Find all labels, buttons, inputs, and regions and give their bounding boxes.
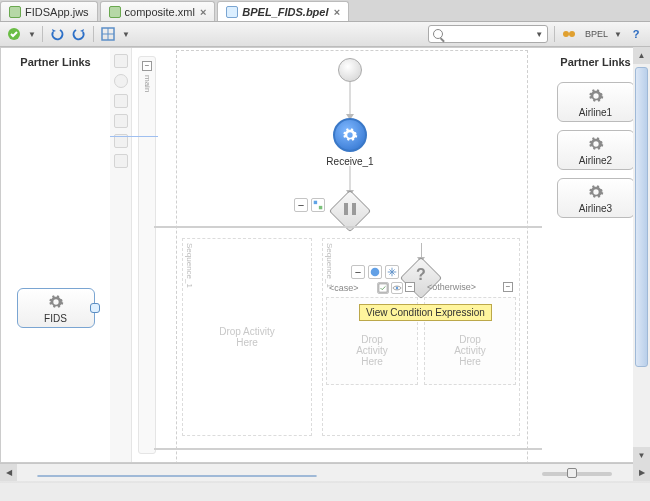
switch-add-case-icon[interactable]	[368, 265, 382, 279]
validate-button[interactable]	[6, 26, 22, 42]
file-icon	[9, 6, 21, 18]
tab-bar: FIDSApp.jws composite.xml × BPEL_FIDS.bp…	[0, 0, 650, 22]
edit-expression-icon[interactable]	[377, 282, 389, 294]
switch-branches: <case> − Dro	[323, 297, 519, 385]
dropdown-arrow-icon[interactable]: ▼	[28, 30, 36, 39]
tab-label: FIDSApp.jws	[25, 6, 89, 18]
partner-airline3[interactable]: Airline3	[557, 178, 635, 218]
partner-label: FIDS	[44, 313, 67, 324]
svg-point-4	[563, 31, 569, 37]
redo-button[interactable]	[71, 26, 87, 42]
search-input[interactable]: ▼	[428, 25, 548, 43]
drop-hint: Drop Activity Here	[215, 326, 279, 348]
palette-assign-icon[interactable]	[114, 54, 128, 68]
scroll-up-button[interactable]: ▲	[633, 47, 650, 64]
flow-line	[350, 82, 351, 118]
svg-rect-6	[314, 201, 317, 204]
svg-rect-11	[379, 284, 387, 292]
start-node[interactable]	[338, 58, 362, 82]
svg-point-5	[569, 31, 575, 37]
bpel-canvas[interactable]: − main Receive_1 −	[110, 47, 542, 463]
tab-bpel-fids[interactable]: BPEL_FIDS.bpel ×	[217, 1, 349, 21]
partner-airline2[interactable]: Airline2	[557, 130, 635, 170]
drop-hint: Drop Activity Here	[448, 333, 493, 366]
dropdown-arrow-icon[interactable]: ▼	[122, 30, 130, 39]
panel-title: Partner Links	[20, 56, 90, 68]
toolbar: ▼ ▼ ▼ BPEL ▼ ?	[0, 22, 650, 47]
scroll-down-button[interactable]: ▼	[633, 447, 650, 464]
close-icon[interactable]: ×	[334, 6, 340, 18]
main-area: Partner Links FIDS − main	[0, 47, 650, 463]
sequence-box[interactable]: Sequence_1 Drop Activity Here	[182, 238, 312, 436]
scope-rail-label: main	[143, 75, 152, 92]
sequence-box[interactable]: Sequence_1 − ?	[322, 238, 520, 436]
layout-button[interactable]	[100, 26, 116, 42]
dropdown-arrow-icon[interactable]: ▼	[535, 30, 543, 39]
tab-label: BPEL_FIDS.bpel	[242, 6, 328, 18]
zoom-slider[interactable]	[542, 472, 612, 476]
partner-airline1[interactable]: Airline1	[557, 82, 635, 122]
collapse-toggle[interactable]: −	[503, 282, 513, 292]
case-label: <case>	[329, 283, 359, 293]
collapse-toggle[interactable]: −	[142, 61, 152, 71]
file-icon	[109, 6, 121, 18]
partner-label: Airline2	[579, 155, 612, 166]
gear-icon	[587, 135, 605, 153]
partner-label: Airline1	[579, 107, 612, 118]
collapse-toggle[interactable]: −	[405, 282, 415, 292]
panel-title: Partner Links	[560, 56, 630, 68]
partner-links-left-panel: Partner Links FIDS	[0, 47, 110, 463]
close-icon[interactable]: ×	[200, 6, 206, 18]
partner-fids[interactable]: FIDS	[17, 288, 95, 328]
gear-icon	[587, 183, 605, 201]
collapse-toggle[interactable]: −	[294, 198, 308, 212]
svg-rect-7	[319, 206, 322, 209]
diagram-surface[interactable]: Receive_1 − Sequence_1 Drop Activity Her…	[158, 48, 542, 462]
flow-add-branch-icon[interactable]	[311, 198, 325, 212]
collapse-toggle[interactable]: −	[351, 265, 365, 279]
otherwise-label: <otherwise>	[427, 282, 476, 292]
partner-port[interactable]	[90, 303, 100, 313]
partner-label: Airline3	[579, 203, 612, 214]
scroll-right-button[interactable]: ▶	[633, 464, 650, 481]
palette-scope-icon[interactable]	[114, 94, 128, 108]
svg-rect-9	[352, 203, 356, 215]
dropdown-arrow-icon[interactable]: ▼	[614, 30, 622, 39]
flow-split-line	[154, 226, 542, 228]
bpel-view-icon[interactable]	[561, 26, 577, 42]
view-expression-icon[interactable]	[391, 282, 403, 294]
search-icon	[433, 29, 443, 39]
drop-hint: Drop Activity Here	[350, 333, 395, 366]
receive-node[interactable]	[333, 118, 367, 152]
question-icon: ?	[416, 266, 426, 284]
scrollbar-thumb[interactable]	[37, 475, 317, 477]
scroll-left-button[interactable]: ◀	[0, 464, 17, 481]
zoom-slider-knob[interactable]	[567, 468, 577, 478]
parallel-icon	[341, 200, 359, 218]
sequence-label: Sequence_1	[185, 243, 194, 288]
help-button[interactable]: ?	[628, 26, 644, 42]
bpel-file-icon	[226, 6, 238, 18]
gear-icon	[587, 87, 605, 105]
svg-point-10	[371, 268, 380, 277]
palette-flow-icon[interactable]	[114, 114, 128, 128]
case-branch[interactable]: <case> − Dro	[326, 297, 418, 385]
scrollbar-thumb[interactable]	[635, 67, 648, 367]
bpel-dropdown[interactable]: BPEL	[585, 29, 608, 39]
palette-invoke-icon[interactable]	[114, 74, 128, 88]
undo-button[interactable]	[49, 26, 65, 42]
svg-point-12	[396, 287, 399, 290]
tab-label: composite.xml	[125, 6, 195, 18]
tab-fidsapp[interactable]: FIDSApp.jws	[0, 1, 98, 21]
svg-rect-8	[344, 203, 348, 215]
flow-join-line	[154, 448, 542, 450]
gear-icon	[47, 293, 65, 311]
tooltip: View Condition Expression	[359, 304, 492, 321]
tab-composite[interactable]: composite.xml ×	[100, 1, 216, 21]
switch-expand-icon[interactable]	[385, 265, 399, 279]
vertical-scrollbar[interactable]: ▲ ▼	[633, 47, 650, 464]
